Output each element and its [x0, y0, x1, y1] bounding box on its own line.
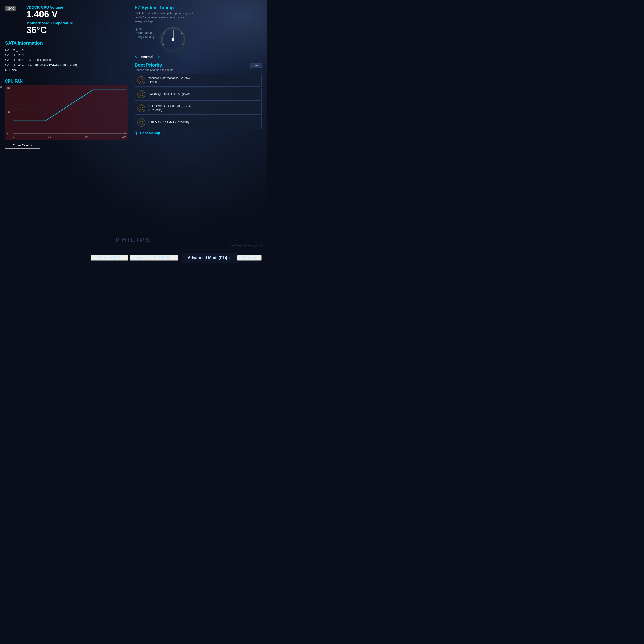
disk-icon-1	[137, 76, 145, 84]
svg-line-12	[181, 33, 182, 34]
svg-point-7	[172, 38, 174, 41]
disk-icon-4	[137, 118, 145, 127]
search-button[interactable]: Search	[237, 255, 262, 261]
mb-temp-value: 36°C	[26, 25, 73, 35]
switch-button[interactable]: Swit	[250, 63, 262, 68]
sata-section: SATA Information SATA6G_1: N/A SATA6G_2:…	[5, 41, 132, 73]
boot-item-3-label: UEFI: USB DISK 2.0 PMAP, Partitio...(152…	[148, 104, 194, 112]
sata-item-1: SATA6G_1: N/A	[5, 47, 132, 52]
ez-tuning-title: EZ System Tuning	[135, 5, 262, 10]
sata-item-3: SATA6G_3: ADATA SP580 (480.1GB)	[5, 58, 132, 63]
chart-y-50: 50	[7, 111, 10, 114]
voltage-section: 39°C VDDCR CPU Voltage 1.406 V Motherboa…	[5, 5, 132, 35]
fan-title: CPU FAN	[5, 79, 132, 84]
chart-x-labels: 0 30 70 100	[13, 135, 126, 138]
boot-items-list: Windows Boot Manager (SATA6G_SP580) SATA…	[135, 74, 262, 129]
disk-icon-3	[137, 104, 145, 112]
ez-tuning-section: EZ System Tuning Click the button below …	[135, 5, 262, 60]
save-exit-button[interactable]: Save & Exit(F10)	[130, 255, 178, 261]
fan-section: CPU FAN % 100 50 0 °C	[5, 79, 132, 149]
boot-menu[interactable]: ✳ Boot Menu(F8)	[135, 131, 262, 136]
cpu-temp-badge: 39°C	[5, 6, 16, 11]
cpu-fan-chart: % 100 50 0 °C 0	[5, 85, 128, 140]
chart-y-100: 100	[7, 87, 11, 90]
boot-menu-label: Boot Menu(F8)	[140, 131, 165, 135]
sata-item-m2: M.2: N/A	[5, 68, 132, 73]
main-content: 39°C VDDCR CPU Voltage 1.406 V Motherboa…	[0, 0, 267, 247]
disk-icon-2	[137, 90, 145, 98]
chart-y-0: 0	[7, 131, 8, 134]
gauge-label: Normal	[141, 55, 153, 59]
voltage-value: 1.406 V	[26, 9, 73, 19]
boot-priority-title: Boot Priority	[135, 63, 174, 68]
gauge-next-button[interactable]: >	[157, 54, 160, 60]
boot-item-2-label: SATA6G_3: ADATA SP580 (45786...	[148, 92, 193, 96]
svg-line-11	[164, 33, 165, 34]
sata-item-2: SATA6G_2: N/A	[5, 53, 132, 58]
divider-2: |	[178, 255, 180, 261]
ez-option-performance[interactable]: Performance	[135, 31, 154, 35]
gauge-nav: < Normal >	[135, 54, 262, 60]
gauge-svg	[159, 26, 187, 53]
ez-options: Quiet Performance Energy Saving	[135, 27, 154, 39]
default-button[interactable]: Default(F5)	[91, 255, 128, 261]
gauge-prev-button[interactable]: <	[135, 54, 137, 60]
boot-priority-section: Boot Priority Choose one and drag the it…	[135, 63, 262, 136]
voltage-label: VDDCR CPU Voltage	[26, 5, 73, 9]
sata-title: SATA Information	[5, 41, 132, 46]
boot-item-4[interactable]: USB DISK 2.0 PMAP (15200MB)	[135, 116, 262, 129]
bottom-bar: Default(F5) | Save & Exit(F10) | Advance…	[0, 249, 267, 267]
chart-y-label: %	[0, 85, 2, 88]
advanced-mode-button[interactable]: Advanced Mode(F7)|→	[182, 253, 237, 263]
chart-unit: °C	[124, 131, 127, 134]
boot-item-4-label: USB DISK 2.0 PMAP (15200MB)	[148, 120, 189, 124]
boot-item-1-label: Windows Boot Manager (SATA6G_SP580)	[148, 76, 191, 84]
mb-temp-label: Motherboard Temperature	[26, 21, 73, 25]
ez-tuning-desc: Click the button below to apply a pre-co…	[135, 11, 262, 24]
snowflake-icon: ✳	[135, 131, 138, 136]
left-panel: 39°C VDDCR CPU Voltage 1.406 V Motherboa…	[5, 5, 132, 241]
fan-chart-svg	[5, 85, 128, 140]
right-panel: EZ System Tuning Click the button below …	[135, 5, 262, 241]
sata-item-4: SATA6G_4: WDC WD10EZEX-21WN4A0 (1000.2GB…	[5, 63, 132, 68]
disk-inner-4	[140, 121, 143, 124]
boot-item-3[interactable]: UEFI: USB DISK 2.0 PMAP, Partitio...(152…	[135, 102, 262, 115]
boot-item-1[interactable]: Windows Boot Manager (SATA6G_SP580)	[135, 74, 262, 87]
boot-priority-subtitle: Choose one and drag the items.	[135, 68, 174, 71]
disk-inner-3	[140, 107, 143, 110]
qfan-control-button[interactable]: QFan Control	[5, 142, 40, 149]
ez-option-energy-saving[interactable]: Energy Saving	[135, 35, 154, 39]
disk-inner-1	[140, 78, 143, 82]
disk-inner-2	[140, 93, 143, 96]
boot-item-2[interactable]: SATA6G_3: ADATA SP580 (45786...	[135, 88, 262, 101]
ez-option-quiet[interactable]: Quiet	[135, 27, 154, 31]
